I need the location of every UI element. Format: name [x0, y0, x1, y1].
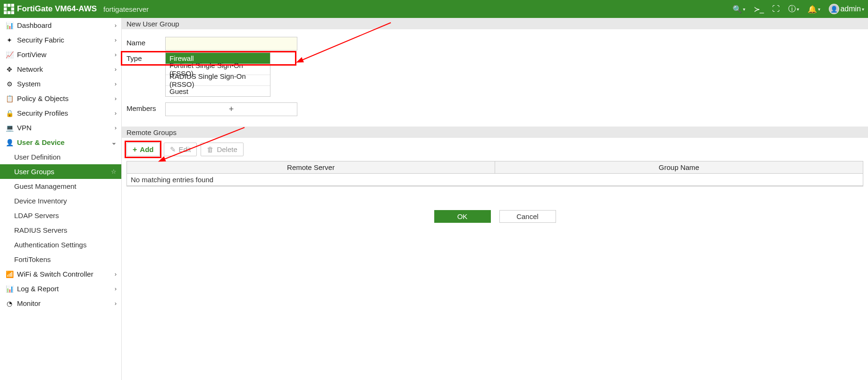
sidebar-subitem-radius-servers[interactable]: RADIUS Servers: [0, 223, 121, 237]
favorite-icon[interactable]: ☆: [111, 168, 117, 175]
dashboard-icon: 📊: [5, 22, 14, 29]
hostname: fortigateserver: [103, 5, 149, 13]
chevron-right-icon: ›: [115, 66, 117, 73]
form-area: Name Type Firewall Fortinet Single Sign-…: [122, 29, 868, 123]
members-add-button[interactable]: +: [165, 102, 297, 116]
col-group-name[interactable]: Group Name: [495, 161, 863, 173]
svg-rect-7: [11, 11, 14, 14]
sidebar-item-policy-objects[interactable]: 📋Policy & Objects›: [0, 91, 121, 106]
form-row-type: Type Firewall Fortinet Single Sign-On (F…: [126, 52, 863, 97]
chevron-right-icon: ›: [115, 95, 117, 102]
terminal-icon: ≻_: [754, 5, 764, 14]
laptop-icon: 💻: [5, 124, 14, 132]
fortinet-logo-icon: [4, 4, 14, 14]
top-bar: FortiGate VM64-AWS fortigateserver 🔍▾ ≻_…: [0, 0, 868, 18]
help-icon: ⓘ: [788, 4, 796, 14]
footer-buttons: OK Cancel: [122, 210, 868, 223]
user-icon: 👤: [5, 139, 14, 146]
wifi-icon: 📶: [5, 270, 14, 278]
form-row-name: Name: [126, 37, 863, 51]
sidebar-subitem-fortitokens[interactable]: FortiTokens: [0, 252, 121, 267]
sidebar-subitem-auth-settings[interactable]: Authentication Settings: [0, 237, 121, 252]
lock-icon: 🔒: [5, 110, 14, 117]
chevron-right-icon: ›: [115, 300, 117, 307]
sidebar-item-security-profiles[interactable]: 🔒Security Profiles›: [0, 106, 121, 120]
sidebar-item-user-device[interactable]: 👤User & Device⌄: [0, 135, 121, 150]
pencil-icon: ✎: [170, 145, 176, 154]
pie-icon: ◔: [5, 300, 14, 307]
chevron-down-icon: ▾: [862, 7, 864, 12]
chevron-right-icon: ›: [115, 80, 117, 87]
sidebar-item-wifi-switch[interactable]: 📶WiFi & Switch Controller›: [0, 267, 121, 281]
sidebar-subitem-device-inventory[interactable]: Device Inventory: [0, 194, 121, 208]
svg-rect-2: [11, 4, 14, 7]
sidebar: 📊Dashboard› ✦Security Fabric› 📈FortiView…: [0, 18, 122, 380]
chevron-right-icon: ›: [115, 51, 117, 58]
fullscreen-icon: ⛶: [772, 5, 780, 13]
cancel-button[interactable]: Cancel: [499, 210, 556, 223]
user-menu[interactable]: 👤 admin ▾: [829, 4, 864, 14]
chevron-down-icon: ▾: [797, 7, 799, 12]
bell-icon: 🔔: [808, 5, 817, 14]
svg-rect-3: [4, 8, 7, 10]
sidebar-item-monitor[interactable]: ◔Monitor›: [0, 296, 121, 311]
chevron-down-icon: ▾: [743, 7, 745, 12]
bar-chart-icon: 📊: [5, 285, 14, 293]
section-header-remote-groups: Remote Groups: [122, 127, 868, 138]
plus-icon: +: [229, 104, 234, 114]
sidebar-item-log-report[interactable]: 📊Log & Report›: [0, 281, 121, 296]
sidebar-subitem-user-groups[interactable]: User Groups☆: [0, 164, 121, 179]
chevron-down-icon: ⌄: [111, 139, 117, 146]
sidebar-item-dashboard[interactable]: 📊Dashboard›: [0, 18, 121, 33]
table-header: Remote Server Group Name: [127, 161, 863, 174]
fabric-icon: ✦: [5, 36, 14, 44]
sidebar-item-network[interactable]: ✥Network›: [0, 62, 121, 76]
sidebar-item-security-fabric[interactable]: ✦Security Fabric›: [0, 33, 121, 47]
chevron-right-icon: ›: [115, 22, 117, 29]
type-label: Type: [126, 52, 165, 62]
svg-rect-1: [8, 4, 10, 7]
search-icon: 🔍: [733, 5, 742, 14]
fullscreen-button[interactable]: ⛶: [772, 5, 780, 13]
help-button[interactable]: ⓘ▾: [788, 4, 799, 14]
chevron-right-icon: ›: [115, 285, 117, 292]
network-icon: ✥: [5, 66, 14, 73]
sidebar-subitem-guest-management[interactable]: Guest Management: [0, 179, 121, 194]
svg-rect-5: [4, 11, 7, 14]
plus-icon: +: [133, 145, 137, 154]
product-name: FortiGate VM64-AWS: [17, 4, 97, 14]
svg-rect-0: [4, 4, 7, 7]
logo: FortiGate VM64-AWS fortigateserver: [4, 4, 149, 14]
sidebar-subitem-user-definition[interactable]: User Definition: [0, 150, 121, 164]
name-input[interactable]: [165, 37, 297, 51]
avatar-icon: 👤: [829, 4, 839, 14]
section-header-new-user-group: New User Group: [122, 18, 868, 29]
sidebar-item-fortiview[interactable]: 📈FortiView›: [0, 47, 121, 62]
search-button[interactable]: 🔍▾: [733, 5, 745, 14]
cli-button[interactable]: ≻_: [754, 5, 764, 14]
svg-rect-6: [8, 11, 10, 14]
svg-rect-4: [11, 8, 14, 10]
sidebar-item-vpn[interactable]: 💻VPN›: [0, 120, 121, 135]
main-content: New User Group Name Type Firewall Fortin…: [122, 18, 868, 380]
remote-groups-table: Remote Server Group Name No matching ent…: [126, 161, 863, 186]
trash-icon: 🗑: [207, 145, 214, 153]
table-empty-row: No matching entries found: [127, 174, 863, 186]
remote-groups-toolbar: +Add ✎Edit 🗑Delete: [122, 138, 868, 161]
type-option-list: Firewall Fortinet Single Sign-On (FSSO) …: [165, 52, 270, 97]
chevron-right-icon: ›: [115, 270, 117, 278]
sidebar-subitem-ldap-servers[interactable]: LDAP Servers: [0, 208, 121, 223]
ok-button[interactable]: OK: [434, 210, 491, 223]
chart-icon: 📈: [5, 51, 14, 59]
policy-icon: 📋: [5, 95, 14, 102]
sidebar-item-system[interactable]: ⚙System›: [0, 76, 121, 91]
type-option-rsso[interactable]: RADIUS Single Sign-On (RSSO): [166, 75, 270, 85]
notifications-button[interactable]: 🔔▾: [808, 5, 820, 14]
gear-icon: ⚙: [5, 80, 14, 88]
col-remote-server[interactable]: Remote Server: [127, 161, 495, 173]
members-label: Members: [126, 102, 165, 112]
edit-button[interactable]: ✎Edit: [164, 143, 197, 156]
add-button[interactable]: +Add: [126, 143, 160, 156]
chevron-right-icon: ›: [115, 36, 117, 43]
delete-button[interactable]: 🗑Delete: [201, 143, 243, 156]
